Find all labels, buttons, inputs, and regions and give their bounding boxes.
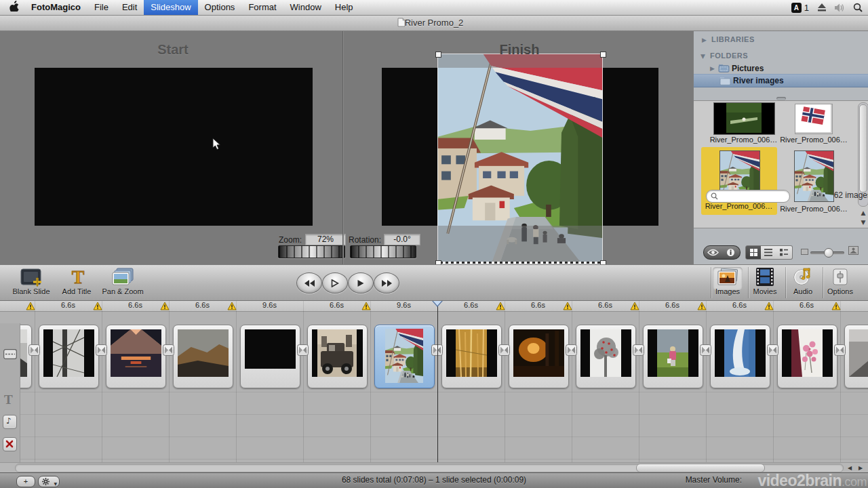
warning-icon[interactable] — [764, 301, 774, 310]
add-title-button[interactable]: T — [69, 267, 87, 289]
timeline-slide[interactable] — [173, 325, 233, 388]
transition-icon[interactable] — [700, 344, 711, 359]
pictures-disclosure-icon[interactable]: ▶ — [710, 65, 715, 72]
volume-icon[interactable] — [835, 3, 845, 12]
warning-icon[interactable] — [630, 301, 639, 310]
slide-track-icon[interactable] — [3, 349, 17, 359]
start-stage[interactable] — [35, 68, 313, 226]
scroll-down-icon[interactable]: ▼ — [858, 218, 868, 228]
timeline-slide[interactable] — [307, 325, 368, 388]
menu-item-edit[interactable]: Edit — [115, 0, 144, 15]
thumbnail-item[interactable] — [713, 102, 775, 135]
warning-icon[interactable] — [697, 301, 707, 310]
timeline-slide[interactable] — [240, 325, 300, 388]
scroll-up-icon[interactable]: ▲ — [858, 208, 868, 218]
search-input[interactable] — [706, 190, 790, 203]
movies-button[interactable] — [755, 268, 774, 289]
menu-item-help[interactable]: Help — [328, 0, 360, 15]
transition-icon[interactable] — [767, 344, 778, 359]
timeline-slide[interactable] — [777, 325, 837, 388]
warning-icon[interactable] — [160, 301, 170, 310]
rotation-jog-wheel[interactable] — [350, 245, 416, 258]
audio-button[interactable] — [793, 268, 812, 289]
menu-item-format[interactable]: Format — [241, 0, 283, 15]
slide-duration[interactable]: 6.6s — [303, 300, 370, 310]
libraries-header[interactable]: LIBRARIES — [711, 35, 755, 43]
selection-handle-top-left[interactable] — [435, 52, 441, 58]
timeline-slide[interactable] — [441, 325, 502, 388]
slide-duration[interactable]: 9.6s — [236, 300, 303, 310]
folders-disclosure-icon[interactable]: ▼ — [701, 53, 705, 60]
transition-icon[interactable] — [834, 344, 846, 359]
title-track-icon[interactable]: T — [4, 392, 13, 407]
images-button[interactable] — [717, 268, 738, 289]
slide-duration[interactable]: 6.6s — [639, 300, 706, 310]
transition-icon[interactable] — [498, 344, 510, 359]
timeline-slide[interactable] — [643, 325, 703, 388]
menu-item-app[interactable]: FotoMagico — [24, 0, 87, 15]
warning-icon[interactable] — [831, 301, 841, 310]
transition-icon[interactable] — [28, 344, 40, 359]
menu-item-slideshow[interactable]: Slideshow — [144, 0, 197, 15]
sidebar-item-pictures[interactable]: Pictures — [732, 64, 764, 73]
scroll-right-icon[interactable]: ▶ — [856, 464, 865, 472]
audio-track-icon[interactable]: ♪ — [3, 415, 17, 429]
thumbnail-item-selected[interactable]: River_Promo_006… — [701, 147, 777, 215]
apple-menu[interactable] — [0, 0, 24, 15]
warning-icon[interactable] — [227, 301, 237, 310]
timeline-slide[interactable] — [509, 325, 569, 388]
list-view-button[interactable] — [761, 245, 777, 260]
options-button[interactable] — [833, 268, 848, 288]
thumbnail-item[interactable] — [795, 104, 833, 134]
timeline-slide[interactable] — [374, 325, 435, 388]
pan-zoom-button[interactable] — [111, 268, 134, 289]
timeline-scrollbar[interactable]: ◀ ▶ — [0, 462, 868, 473]
rewind-button[interactable] — [296, 272, 322, 293]
slide-duration[interactable]: 6.6s — [437, 300, 505, 310]
timeline-slide[interactable] — [106, 325, 166, 388]
preview-play-button[interactable] — [322, 272, 348, 293]
timeline-slide[interactable] — [844, 325, 868, 388]
slide-duration[interactable]: 6.6s — [706, 300, 773, 310]
show-preview-button[interactable] — [703, 245, 723, 260]
grid-view-button[interactable] — [745, 245, 762, 260]
slide-duration[interactable]: 6.6s — [102, 300, 169, 310]
warning-icon[interactable] — [26, 301, 35, 310]
menu-item-file[interactable]: File — [87, 0, 115, 15]
slide-duration[interactable]: 6.6s — [773, 300, 840, 310]
warning-icon[interactable] — [361, 301, 371, 310]
eject-icon[interactable] — [817, 3, 827, 12]
thumb-size-slider-knob[interactable] — [824, 248, 833, 258]
warning-icon[interactable] — [93, 301, 102, 310]
slide-duration[interactable]: 9.6s — [370, 300, 437, 310]
warning-icon[interactable] — [563, 301, 572, 310]
fast-forward-button[interactable] — [374, 272, 399, 293]
zoom-jog-wheel[interactable] — [278, 245, 345, 258]
transition-icon[interactable] — [633, 344, 644, 359]
slide-duration[interactable]: 6.6s — [572, 300, 639, 310]
input-source-icon[interactable]: A — [791, 3, 802, 13]
slide-duration[interactable]: 6.6s — [35, 300, 102, 310]
slide-duration[interactable]: 6.6s — [505, 300, 572, 310]
sidebar-scrollbar-thumb[interactable] — [859, 104, 867, 192]
sidebar-item-river-images[interactable]: River images — [694, 74, 868, 87]
finish-selection[interactable] — [437, 54, 603, 264]
playhead-line[interactable] — [437, 306, 438, 462]
scroll-left-icon[interactable]: ◀ — [845, 464, 854, 472]
selection-handle-top-right[interactable] — [600, 52, 606, 58]
slide-duration[interactable]: 6.6s — [169, 300, 236, 310]
folders-header[interactable]: FOLDERS — [710, 52, 748, 60]
timeline-slide[interactable] — [39, 325, 99, 388]
timeline-slide[interactable] — [576, 325, 636, 388]
transition-icon[interactable] — [96, 344, 107, 359]
transition-icon[interactable] — [297, 344, 309, 359]
transition-icon[interactable] — [566, 344, 577, 359]
libraries-disclosure-icon[interactable]: ▶ — [702, 37, 707, 43]
play-button[interactable] — [348, 272, 374, 293]
detail-view-button[interactable] — [776, 245, 793, 260]
menu-item-window[interactable]: Window — [283, 0, 328, 15]
warning-icon[interactable] — [496, 301, 505, 310]
transition-icon[interactable] — [163, 344, 174, 359]
scrollbar-thumb[interactable] — [636, 464, 765, 472]
spotlight-icon[interactable] — [853, 3, 863, 12]
